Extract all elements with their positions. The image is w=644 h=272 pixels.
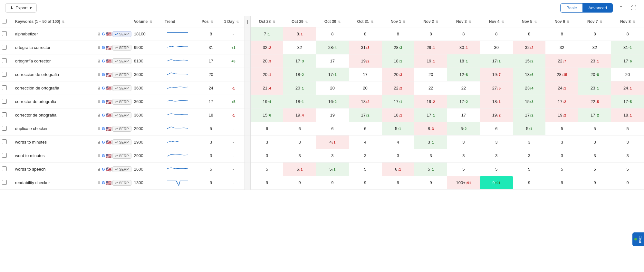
one-day-cell: - — [222, 136, 245, 149]
serp-button[interactable]: SERP — [112, 58, 131, 64]
trend-sparkline — [165, 165, 190, 173]
row-checkbox-cell — [0, 149, 13, 163]
rank-value: 8 — [561, 32, 563, 36]
flag-icon: 🇺🇸 — [106, 153, 111, 158]
row-checkbox[interactable] — [2, 99, 7, 104]
date-header-oct30[interactable]: Oct 30 ⇅ — [316, 16, 349, 27]
row-checkbox[interactable] — [2, 166, 7, 171]
rank-change: ↓2 — [530, 46, 533, 50]
collapse-button[interactable]: ⌃ — [616, 3, 626, 13]
date-value-cell: 3 — [578, 149, 611, 163]
serp-button[interactable]: SERP — [112, 31, 131, 37]
date-header-nov2[interactable]: Nov 2 ⇅ — [414, 16, 447, 27]
keyword-name[interactable]: corrector de ortografia — [15, 99, 56, 104]
keyword-name[interactable]: alphabetizer — [15, 32, 38, 36]
keyword-icons-cell: 🖥 G 🇺🇸 SERP — [95, 176, 132, 190]
row-checkbox[interactable] — [2, 31, 7, 36]
rank-value: 5 — [462, 167, 465, 172]
keyword-name[interactable]: readability checker — [15, 180, 50, 185]
date-value-cell: 6 — [480, 122, 513, 136]
serp-button[interactable]: SERP — [112, 99, 131, 105]
row-checkbox[interactable] — [2, 72, 7, 77]
keyword-name[interactable]: words to minutes — [15, 140, 47, 145]
date-value-cell: 4 — [382, 136, 415, 149]
serp-button[interactable]: SERP — [112, 153, 131, 159]
date-header-nov4[interactable]: Nov 4 ⇅ — [480, 16, 513, 27]
keyword-name[interactable]: corrección de ortografía — [15, 86, 59, 90]
table-row: words to minutes 🖥 G 🇺🇸 SERP 29003-334↓1… — [0, 136, 644, 149]
date-header-oct28[interactable]: Oct 28 ⇅ — [250, 16, 283, 27]
rank-change: ↓2 — [562, 100, 566, 104]
rank-value: 22 — [394, 86, 398, 90]
rank-value: 9 — [298, 180, 301, 185]
keyword-name[interactable]: word to minutes — [15, 153, 45, 158]
date-value-cell: 20↑8 — [578, 68, 611, 81]
date-header-nov7[interactable]: Nov 7 ⇅ — [578, 16, 611, 27]
keyword-name[interactable]: ortografia corrector — [15, 45, 51, 50]
rank-value: 8 — [495, 32, 497, 36]
export-button[interactable]: ⬇ Export ▾ — [5, 3, 37, 13]
google-icon: G — [102, 99, 105, 104]
date-value-cell: 5 — [480, 163, 513, 176]
date-value-cell: 19↓2 — [545, 108, 578, 122]
row-checkbox[interactable] — [2, 85, 7, 90]
trend-sparkline — [165, 57, 190, 64]
row-checkbox[interactable] — [2, 153, 7, 158]
date-header-nov6[interactable]: Nov 6 ⇅ — [545, 16, 578, 27]
row-checkbox[interactable] — [2, 58, 7, 63]
rank-value: 18 — [394, 59, 398, 63]
serp-button[interactable]: SERP — [112, 139, 131, 145]
date-value-cell: 5↑1 — [316, 163, 349, 176]
advanced-view-button[interactable]: Advanced — [582, 4, 613, 12]
keyword-name[interactable]: correccion de ortografia — [15, 72, 59, 77]
one-day-value: +1 — [231, 46, 235, 50]
keyword-name[interactable]: corrector de ortografía — [15, 113, 57, 117]
row-checkbox[interactable] — [2, 112, 7, 117]
keyword-name[interactable]: ortografía corrector — [15, 59, 51, 63]
row-checkbox[interactable] — [2, 139, 7, 144]
serp-button[interactable]: SERP — [112, 126, 131, 132]
one-day-value: -1 — [232, 86, 235, 90]
position-cell: 3 — [200, 136, 222, 149]
date-value-cell: 8 — [578, 27, 611, 41]
date-value-cell: 12↑8 — [447, 68, 480, 81]
keyword-name[interactable]: duplicate checker — [15, 126, 48, 131]
serp-button[interactable]: SERP — [112, 85, 131, 91]
date-header-nov1[interactable]: Nov 1 ⇅ — [382, 16, 415, 27]
row-checkbox[interactable] — [2, 126, 7, 131]
date-header-nov8[interactable]: Nov 8 ⇅ — [611, 16, 644, 27]
date-value-cell: 17↑2 — [578, 108, 611, 122]
basic-view-button[interactable]: Basic — [561, 4, 582, 12]
rank-value: 23 — [591, 86, 595, 90]
keyword-name[interactable]: words to speech — [15, 167, 46, 172]
date-value-cell: 17↑1 — [414, 108, 447, 122]
keyword-header[interactable]: Keywords (1 – 50 of 100) ⇅ — [13, 16, 95, 27]
date-value-cell: 17↑1 — [382, 95, 415, 108]
pos-header[interactable]: Pos ⇅ — [200, 16, 222, 27]
date-value-cell: 3 — [578, 136, 611, 149]
date-header-nov5[interactable]: Nov 5 ⇅ — [513, 16, 546, 27]
row-checkbox[interactable] — [2, 180, 7, 185]
select-all-checkbox[interactable] — [2, 19, 7, 23]
one-day-header[interactable]: 1 Day ⇅ — [222, 16, 245, 27]
trend-sparkline — [165, 70, 190, 78]
date-value-cell: 24↓1 — [611, 81, 644, 95]
date-value-cell: 5 — [250, 163, 283, 176]
select-all-header[interactable] — [0, 16, 13, 27]
fullscreen-button[interactable]: ⛶ — [629, 3, 639, 13]
serp-button[interactable]: SERP — [112, 45, 131, 51]
date-value-cell: 32 — [578, 41, 611, 54]
view-toggle: Basic Advanced — [560, 3, 613, 13]
serp-button[interactable]: SERP — [112, 180, 131, 186]
row-checkbox[interactable] — [2, 45, 7, 50]
date-header-oct29[interactable]: Oct 29 ⇅ — [283, 16, 316, 27]
rank-change: ↑2 — [530, 113, 533, 117]
separator-cell — [245, 68, 251, 81]
serp-button[interactable]: SERP — [112, 72, 131, 78]
serp-button[interactable]: SERP — [112, 112, 131, 118]
date-header-nov3[interactable]: Nov 3 ⇅ — [447, 16, 480, 27]
serp-button[interactable]: SERP — [112, 166, 131, 172]
date-value-cell: 18↓1 — [480, 95, 513, 108]
volume-header[interactable]: Volume ⇅ — [132, 16, 163, 27]
date-header-oct31[interactable]: Oct 31 ⇅ — [349, 16, 382, 27]
